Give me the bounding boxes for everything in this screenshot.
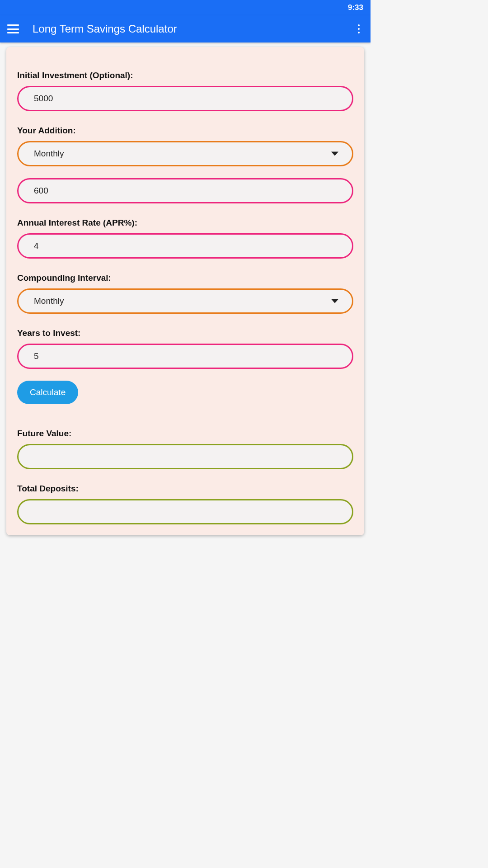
initial-investment-input[interactable] (17, 86, 353, 111)
compounding-value: Monthly (34, 296, 64, 306)
calculate-button[interactable]: Calculate (17, 381, 78, 404)
chevron-down-icon (331, 299, 338, 303)
status-bar: 9:33 (0, 0, 371, 15)
app-bar: Long Term Savings Calculator (0, 15, 371, 42)
chevron-down-icon (331, 152, 338, 156)
more-icon[interactable] (354, 21, 363, 37)
compounding-select[interactable]: Monthly (17, 288, 353, 314)
status-time: 9:33 (348, 3, 363, 12)
years-label: Years to Invest: (17, 328, 353, 338)
future-value-label: Future Value: (17, 429, 353, 439)
addition-amount-field[interactable] (34, 179, 337, 202)
menu-icon[interactable] (7, 24, 19, 33)
page: Initial Investment (Optional): Your Addi… (0, 42, 371, 540)
years-input[interactable] (17, 344, 353, 369)
future-value-output (17, 444, 353, 469)
initial-investment-field[interactable] (34, 87, 337, 110)
addition-label: Your Addition: (17, 126, 353, 136)
apr-field[interactable] (34, 235, 337, 257)
years-field[interactable] (34, 345, 337, 368)
compounding-label: Compounding Interval: (17, 273, 353, 283)
total-deposits-output (17, 499, 353, 524)
apr-label: Annual Interest Rate (APR%): (17, 218, 353, 228)
total-deposits-label: Total Deposits: (17, 484, 353, 494)
addition-amount-input[interactable] (17, 178, 353, 203)
addition-frequency-select[interactable]: Monthly (17, 141, 353, 166)
form-card: Initial Investment (Optional): Your Addi… (6, 47, 364, 535)
addition-frequency-value: Monthly (34, 149, 64, 159)
initial-investment-label: Initial Investment (Optional): (17, 71, 353, 80)
apr-input[interactable] (17, 233, 353, 259)
app-title: Long Term Savings Calculator (33, 23, 354, 35)
